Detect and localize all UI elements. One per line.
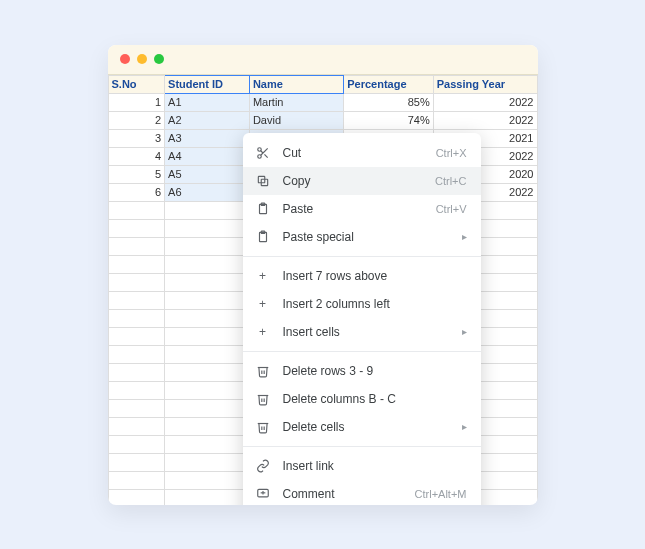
cell-student-id[interactable]: A2 (165, 111, 250, 129)
comment-icon (255, 486, 271, 502)
menu-divider (243, 256, 481, 257)
close-dot[interactable] (120, 54, 130, 64)
cell-student-id[interactable]: A3 (165, 129, 250, 147)
menu-paste[interactable]: Paste Ctrl+V (243, 195, 481, 223)
cell-year[interactable]: 2022 (433, 93, 537, 111)
menu-label: Delete columns B - C (283, 392, 467, 406)
trash-icon (255, 391, 271, 407)
menu-paste-special[interactable]: Paste special ▸ (243, 223, 481, 251)
cell-sno[interactable]: 3 (108, 129, 165, 147)
menu-delete-cols[interactable]: Delete columns B - C (243, 385, 481, 413)
svg-point-0 (257, 147, 261, 151)
menu-insert-cells[interactable]: + Insert cells ▸ (243, 318, 481, 346)
cell-sno[interactable]: 2 (108, 111, 165, 129)
copy-icon (255, 173, 271, 189)
header-name[interactable]: Name (249, 75, 343, 93)
clipboard-icon (255, 201, 271, 217)
link-icon (255, 458, 271, 474)
plus-icon: + (255, 296, 271, 312)
cell-sno[interactable]: 4 (108, 147, 165, 165)
cell-sno[interactable]: 5 (108, 165, 165, 183)
scissors-icon (255, 145, 271, 161)
table-row[interactable]: 2A2David74%2022 (108, 111, 537, 129)
header-sno[interactable]: S.No (108, 75, 165, 93)
menu-label: Insert 7 rows above (283, 269, 467, 283)
spreadsheet-window: S.No Student ID Name Percentage Passing … (108, 45, 538, 505)
menu-label: Insert 2 columns left (283, 297, 467, 311)
cell-name[interactable]: Martin (249, 93, 343, 111)
svg-line-4 (260, 150, 262, 152)
table-row[interactable]: 1A1Martin85%2022 (108, 93, 537, 111)
cell-student-id[interactable]: A4 (165, 147, 250, 165)
cell-student-id[interactable]: A5 (165, 165, 250, 183)
cell-year[interactable]: 2022 (433, 111, 537, 129)
trash-icon (255, 419, 271, 435)
menu-label: Cut (283, 146, 424, 160)
menu-label: Delete rows 3 - 9 (283, 364, 467, 378)
cell-student-id[interactable]: A6 (165, 183, 250, 201)
menu-insert-link[interactable]: Insert link (243, 452, 481, 480)
menu-divider (243, 446, 481, 447)
menu-shortcut: Ctrl+V (436, 203, 467, 215)
cell-student-id[interactable]: A1 (165, 93, 250, 111)
trash-icon (255, 363, 271, 379)
cell-percentage[interactable]: 74% (344, 111, 434, 129)
menu-shortcut: Ctrl+C (435, 175, 466, 187)
cell-percentage[interactable]: 85% (344, 93, 434, 111)
menu-shortcut: Ctrl+X (436, 147, 467, 159)
cell-sno[interactable]: 6 (108, 183, 165, 201)
header-passing-year[interactable]: Passing Year (433, 75, 537, 93)
menu-label: Copy (283, 174, 424, 188)
header-row: S.No Student ID Name Percentage Passing … (108, 75, 537, 93)
submenu-arrow-icon: ▸ (462, 326, 467, 337)
clipboard-special-icon (255, 229, 271, 245)
menu-label: Delete cells (283, 420, 450, 434)
cell-sno[interactable]: 1 (108, 93, 165, 111)
svg-line-3 (264, 154, 267, 157)
menu-label: Comment (283, 487, 403, 501)
menu-cut[interactable]: Cut Ctrl+X (243, 139, 481, 167)
header-student-id[interactable]: Student ID (165, 75, 250, 93)
minimize-dot[interactable] (137, 54, 147, 64)
menu-label: Paste special (283, 230, 450, 244)
menu-copy[interactable]: Copy Ctrl+C (243, 167, 481, 195)
svg-point-1 (257, 154, 261, 158)
maximize-dot[interactable] (154, 54, 164, 64)
plus-icon: + (255, 324, 271, 340)
menu-comment[interactable]: Comment Ctrl+Alt+M (243, 480, 481, 505)
submenu-arrow-icon: ▸ (462, 421, 467, 432)
menu-divider (243, 351, 481, 352)
titlebar (108, 45, 538, 75)
context-menu: Cut Ctrl+X Copy Ctrl+C Paste Ctrl+V Past… (243, 133, 481, 505)
menu-label: Insert link (283, 459, 467, 473)
menu-delete-rows[interactable]: Delete rows 3 - 9 (243, 357, 481, 385)
menu-insert-rows[interactable]: + Insert 7 rows above (243, 262, 481, 290)
menu-shortcut: Ctrl+Alt+M (415, 488, 467, 500)
menu-insert-cols[interactable]: + Insert 2 columns left (243, 290, 481, 318)
plus-icon: + (255, 268, 271, 284)
header-percentage[interactable]: Percentage (344, 75, 434, 93)
menu-label: Paste (283, 202, 424, 216)
menu-delete-cells[interactable]: Delete cells ▸ (243, 413, 481, 441)
submenu-arrow-icon: ▸ (462, 231, 467, 242)
menu-label: Insert cells (283, 325, 450, 339)
cell-name[interactable]: David (249, 111, 343, 129)
